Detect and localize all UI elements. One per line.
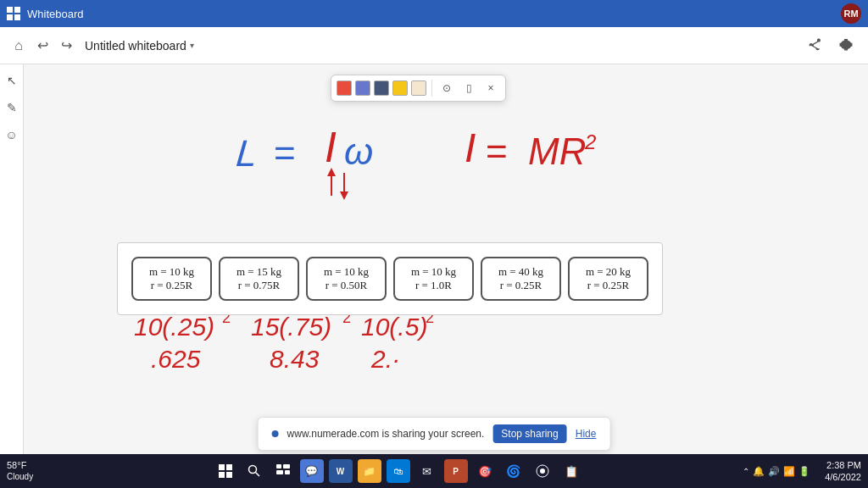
user-avatar[interactable]: RM xyxy=(841,3,861,24)
mass-cards-container: m = 10 kg r = 0.25R m = 15 kg r = 0.75R … xyxy=(117,242,663,315)
edge-icon[interactable]: 🌀 xyxy=(502,459,526,483)
svg-rect-21 xyxy=(219,464,225,470)
breadcrumb-chevron: ▾ xyxy=(190,41,194,50)
svg-rect-29 xyxy=(276,470,283,474)
svg-text:8.43: 8.43 xyxy=(270,345,320,373)
chat-app-icon[interactable]: 💬 xyxy=(300,459,324,483)
volume-icon[interactable]: 🔊 xyxy=(768,466,780,477)
svg-text:10(.25): 10(.25) xyxy=(134,313,214,341)
battery-icon[interactable]: 🔋 xyxy=(798,466,810,477)
svg-rect-23 xyxy=(219,472,225,478)
app-title: Whiteboard xyxy=(27,8,841,20)
svg-rect-27 xyxy=(276,464,281,469)
svg-text:I: I xyxy=(325,124,337,171)
undo-button[interactable]: ↩ xyxy=(34,37,51,54)
sharing-message: www.numerade.com is sharing your screen. xyxy=(287,428,485,440)
emoji-tool[interactable]: ☺ xyxy=(3,125,21,144)
titlebar: Whiteboard RM xyxy=(0,0,868,27)
svg-text:=: = xyxy=(274,132,296,174)
search-button[interactable] xyxy=(242,459,266,483)
svg-text:L: L xyxy=(235,132,259,174)
sharing-indicator-dot xyxy=(272,430,279,437)
svg-text:2: 2 xyxy=(584,130,596,153)
svg-text:15(.75): 15(.75) xyxy=(251,313,331,341)
word-app-icon[interactable]: W xyxy=(329,459,353,483)
svg-text:2.·: 2.· xyxy=(370,345,399,373)
taskbar: 58°F Cloudy 💬 W 📁 🛍 ✉ P xyxy=(0,454,868,488)
svg-rect-28 xyxy=(283,464,290,469)
svg-text:I: I xyxy=(465,125,476,170)
taskbar-icons: 💬 W 📁 🛍 ✉ P 🎯 🌀 📋 xyxy=(53,459,743,483)
weather-widget: 58°F Cloudy xyxy=(7,460,53,481)
mass-card-5: m = 40 kg r = 0.25R xyxy=(481,257,561,301)
stop-sharing-button[interactable]: Stop sharing xyxy=(492,424,566,443)
settings-button[interactable] xyxy=(834,34,858,58)
wifi-icon[interactable]: 📶 xyxy=(783,466,795,477)
files-icon[interactable]: 📁 xyxy=(358,459,381,483)
powerpoint-icon[interactable]: P xyxy=(444,459,468,483)
screen-sharing-banner: www.numerade.com is sharing your screen.… xyxy=(258,417,611,451)
svg-text:MR: MR xyxy=(528,130,586,172)
home-button[interactable]: ⌂ xyxy=(10,37,27,54)
svg-text:=: = xyxy=(486,130,508,172)
start-button[interactable] xyxy=(214,459,237,483)
mass-card-3: m = 10 kg r = 0.50R xyxy=(306,257,387,301)
main-area: ↖ ✎ ☺ ⊙ ▯ × L = I ω xyxy=(0,64,868,485)
svg-point-32 xyxy=(540,469,545,474)
breadcrumb[interactable]: Untitled whiteboard ▾ xyxy=(85,39,194,53)
svg-rect-24 xyxy=(226,472,232,478)
clock-display[interactable]: 2:38 PM 4/6/2022 xyxy=(810,459,861,484)
pen-tool[interactable]: ✎ xyxy=(3,98,21,117)
mail-icon[interactable]: ✉ xyxy=(415,459,439,483)
feedback-icon[interactable]: 📋 xyxy=(559,459,583,483)
svg-point-25 xyxy=(248,466,256,474)
toolbar-bar: ⌂ ↩ ↪ Untitled whiteboard ▾ xyxy=(0,27,868,64)
mass-card-1: m = 10 kg r = 0.25R xyxy=(131,257,212,301)
svg-text:10(.5): 10(.5) xyxy=(361,313,427,341)
svg-text:ω: ω xyxy=(344,130,373,172)
store-icon[interactable]: 🛍 xyxy=(387,459,410,483)
svg-line-26 xyxy=(255,473,259,477)
notification-icon[interactable]: 🔔 xyxy=(753,466,765,477)
mass-card-4: m = 10 kg r = 1.0R xyxy=(393,257,474,301)
windows-logo xyxy=(7,7,20,20)
task-view-button[interactable] xyxy=(271,459,295,483)
share-button[interactable] xyxy=(804,34,827,58)
tray-arrow[interactable]: ⌃ xyxy=(743,467,749,476)
svg-rect-22 xyxy=(226,464,232,470)
mass-card-2: m = 15 kg r = 0.75R xyxy=(219,257,299,301)
left-toolbar: ↖ ✎ ☺ xyxy=(0,64,24,485)
hide-banner-button[interactable]: Hide xyxy=(576,428,597,440)
app6-icon[interactable]: 🎯 xyxy=(473,459,497,483)
svg-text:.625: .625 xyxy=(151,345,201,373)
chrome-icon[interactable] xyxy=(531,459,554,483)
system-tray: ⌃ 🔔 🔊 📶 🔋 xyxy=(743,466,810,477)
select-tool[interactable]: ↖ xyxy=(3,71,21,90)
redo-button[interactable]: ↪ xyxy=(58,37,75,54)
mass-card-6: m = 20 kg r = 0.25R xyxy=(568,257,648,301)
svg-rect-30 xyxy=(285,470,290,474)
svg-marker-7 xyxy=(340,191,348,200)
